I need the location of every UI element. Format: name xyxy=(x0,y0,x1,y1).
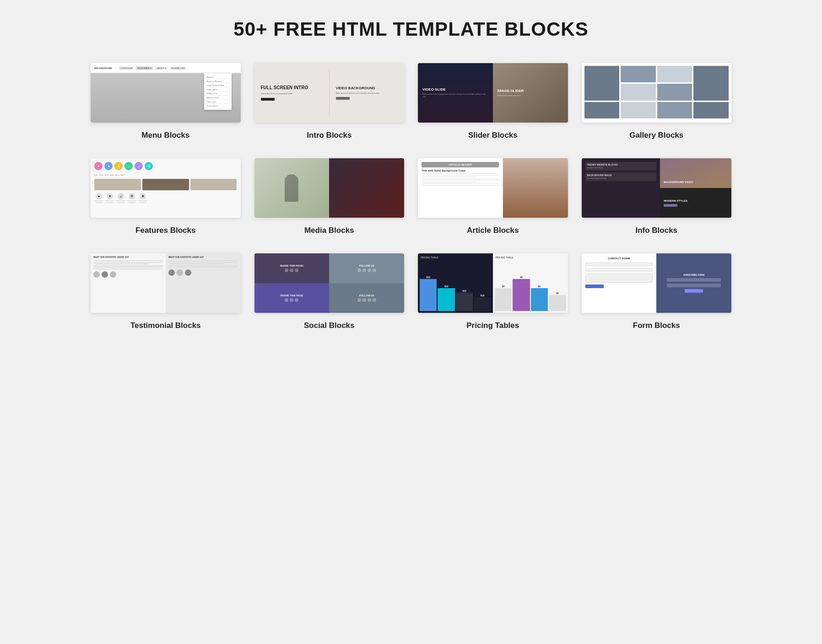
features-icon-sm: ♥ xyxy=(96,193,102,199)
feature-text: Icon xyxy=(121,174,124,176)
block-label-info: Info Blocks xyxy=(635,226,677,235)
pricing-right: PRICING TABLE $0 $0 $0 $0 xyxy=(493,253,568,313)
menu-preview: BRANDNAME OVERVIEW FEATURES ▾ ABOUT ▾ DO… xyxy=(91,63,241,123)
page-title: 50+ FREE HTML TEMPLATE BLOCKS xyxy=(27,18,795,40)
social-icon xyxy=(362,268,366,272)
block-label-testimonial: Testimonial Blocks xyxy=(130,321,201,330)
intro-right: VIDEO BACKGROUND Make beautiful websites… xyxy=(330,80,404,106)
pricing-preview: PRICING TABLE $10 $10 $10 $10 xyxy=(418,253,568,313)
menu-bar: BRANDNAME OVERVIEW FEATURES ▾ ABOUT ▾ DO… xyxy=(91,63,241,73)
block-menu[interactable]: BRANDNAME OVERVIEW FEATURES ▾ ABOUT ▾ DO… xyxy=(91,63,241,140)
testimonial-title: WHAT OUR FANTASTIC USERS SAY xyxy=(93,256,163,258)
article-line xyxy=(422,183,499,184)
social-icon xyxy=(373,268,376,272)
testimonial-avatars-right xyxy=(168,269,238,276)
menu-dropdown-item: Based on Masonry xyxy=(206,79,230,83)
social-icon xyxy=(362,298,366,302)
intro-left: FULL SCREEN INTRO ultramodern & it is a … xyxy=(254,80,329,106)
features-thumb xyxy=(94,179,141,190)
info-bg-video-title: BACKGROUND VIDEO xyxy=(664,181,728,183)
social-follow-title2: FOLLOW US xyxy=(359,294,374,297)
block-media[interactable]: Media Blocks xyxy=(254,158,405,235)
gallery-cell xyxy=(621,102,656,118)
media-left xyxy=(254,158,330,218)
menu-dropdown-item: Inline menu xyxy=(206,100,230,104)
gallery-cell xyxy=(621,84,656,100)
block-label-gallery: Gallery Blocks xyxy=(629,131,683,140)
feature-icon-star: ★ xyxy=(104,162,113,170)
features-icon-group: ☺ xyxy=(116,193,125,203)
intro-right-btn xyxy=(336,97,350,100)
menu-dropdown-item: Image gallery xyxy=(206,87,230,91)
block-article[interactable]: ARTICLE HEADER Title with Solid Backgrou… xyxy=(418,158,568,235)
slider-video-side: VIDEO SLIDE With popular video backgroun… xyxy=(418,63,493,123)
block-pricing[interactable]: PRICING TABLE $10 $10 $10 $10 xyxy=(418,253,568,330)
features-line xyxy=(116,200,125,201)
block-label-social: Social Blocks xyxy=(304,321,355,330)
article-right xyxy=(503,158,568,218)
social-icon xyxy=(368,268,371,272)
block-testimonial[interactable]: WHAT OUR FANTASTIC USERS SAY WHAT OUR FA… xyxy=(91,253,241,330)
block-intro[interactable]: FULL SCREEN INTRO ultramodern & it is a … xyxy=(254,63,405,140)
features-icon-group: ⚙ xyxy=(127,193,136,203)
form-subscribe: SUBSCRIBE FORM xyxy=(656,253,731,313)
gallery-preview xyxy=(582,63,732,123)
slider-preview: VIDEO SLIDE With popular video backgroun… xyxy=(418,63,568,123)
social-icon xyxy=(285,268,288,272)
menu-bg: Masonry Based on Masonry Image Centered … xyxy=(91,73,241,123)
pricing-price: $10 xyxy=(444,285,448,288)
menu-link: OVERVIEW xyxy=(119,66,134,70)
feature-icon-gear: ⚙ xyxy=(145,162,153,170)
social-follow-top: FOLLOW US xyxy=(329,253,404,283)
article-sub-title: Title with Solid Background Color xyxy=(422,169,499,172)
blocks-grid: BRANDNAME OVERVIEW FEATURES ▾ ABOUT ▾ DO… xyxy=(91,63,731,330)
info-modern-title: MODERN STYLES xyxy=(664,199,728,202)
form-subscribe-title: SUBSCRIBE FORM xyxy=(683,274,704,276)
article-preview: ARTICLE HEADER Title with Solid Backgrou… xyxy=(418,158,568,218)
pricing-bar xyxy=(513,279,530,311)
pricing-price: $10 xyxy=(481,294,484,297)
info-block-sub: Website builder blocks xyxy=(587,167,655,169)
social-top: SHARE THIS PAGE! FOLLOW US xyxy=(254,253,405,283)
block-gallery[interactable]: Gallery Blocks xyxy=(582,63,732,140)
social-icons-row xyxy=(285,268,298,272)
features-line xyxy=(129,202,135,203)
pricing-bar xyxy=(549,295,566,311)
features-line xyxy=(96,202,103,203)
info-block-item: BACKGROUND IMAGE Use any background imag… xyxy=(585,172,657,181)
pricing-col: $10 xyxy=(438,285,454,311)
test-line xyxy=(93,263,149,264)
info-bg-image-title: BACKGROUND IMAGE xyxy=(587,174,655,177)
form-textarea xyxy=(585,274,653,283)
test-line xyxy=(168,267,238,268)
test-line xyxy=(93,260,163,261)
block-label-pricing: Pricing Tables xyxy=(466,321,519,330)
features-icon-group: ♛ xyxy=(138,193,147,203)
social-icons-row xyxy=(357,298,376,302)
intro-right-sub: Make beautiful websites with a flexible … xyxy=(336,92,398,95)
block-label-menu: Menu Blocks xyxy=(141,131,189,140)
info-right-top: BACKGROUND VIDEO xyxy=(660,158,731,188)
pricing-left-title: PRICING TABLE xyxy=(421,256,438,259)
block-features[interactable]: ♥ ★ ♛ ☺ ♬ ⚙ Icon Icon Icon Icon Icon Ico… xyxy=(91,158,241,235)
block-forms[interactable]: CONTACT FORM SUBSCRIBE FORM Form Blocks xyxy=(582,253,732,330)
pricing-col: $0 xyxy=(531,285,548,311)
pricing-price: $10 xyxy=(427,276,430,279)
gallery-cell xyxy=(584,102,620,118)
block-social[interactable]: SHARE THIS PAGE! FOLLOW US xyxy=(254,253,405,330)
block-info[interactable]: TRENDY WEBSITE BLOCKS Website builder bl… xyxy=(582,158,732,235)
features-line xyxy=(138,200,147,201)
block-label-media: Media Blocks xyxy=(304,226,354,235)
menu-logo: BRANDNAME xyxy=(94,67,112,70)
block-slider[interactable]: VIDEO SLIDE With popular video backgroun… xyxy=(418,63,568,140)
feature-text: Icon xyxy=(100,174,103,176)
intro-video-bg-title: VIDEO BACKGROUND xyxy=(336,86,398,90)
block-label-slider: Slider Blocks xyxy=(468,131,518,140)
form-submit-btn xyxy=(585,284,604,288)
gallery-cell xyxy=(693,66,729,101)
social-icons-row xyxy=(357,268,376,272)
features-icon-sm: ☺ xyxy=(118,193,124,199)
menu-link-active: FEATURES ▾ xyxy=(136,66,153,70)
social-icons-row xyxy=(285,298,298,302)
gallery-cell xyxy=(584,66,620,101)
